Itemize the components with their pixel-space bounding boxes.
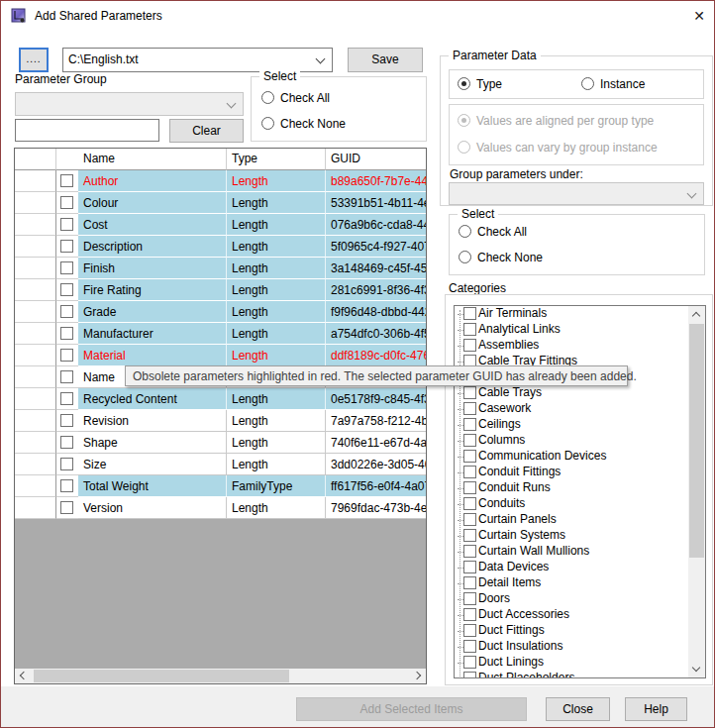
cell-type[interactable]: Length	[227, 497, 326, 519]
row-checkbox[interactable]	[60, 261, 73, 274]
row-checkbox[interactable]	[60, 479, 73, 492]
cell-guid[interactable]: 3a148469-c45f-458a	[326, 258, 426, 279]
radio-icon[interactable]	[261, 91, 274, 104]
cell-type[interactable]: Length	[227, 432, 326, 454]
category-checkbox[interactable]	[463, 450, 476, 463]
category-checkbox[interactable]	[463, 640, 476, 653]
cell-guid[interactable]: 3dd0226e-3d05-402a	[326, 454, 426, 475]
row-checkbox-cell[interactable]	[56, 345, 78, 366]
radio-icon[interactable]	[459, 251, 471, 263]
scroll-up-icon[interactable]	[692, 312, 700, 320]
cell-name[interactable]: Author	[78, 170, 227, 192]
cell-guid[interactable]: 5f0965c4-f927-407e-	[326, 236, 426, 258]
cell-guid[interactable]: 076a9b6c-cda8-44ea	[326, 214, 426, 236]
category-checkbox[interactable]	[463, 592, 476, 605]
row-checkbox[interactable]	[60, 283, 73, 296]
cell-guid[interactable]: f9f96d48-dbbd-4424-	[326, 301, 426, 323]
cell-name[interactable]: Size	[78, 454, 227, 475]
category-checkbox[interactable]	[463, 434, 476, 447]
cell-guid[interactable]: 7969fdac-473b-4e59	[326, 497, 426, 519]
help-button[interactable]: Help	[625, 697, 687, 721]
cell-name[interactable]: Material	[78, 345, 227, 366]
scrollbar-thumb[interactable]	[689, 324, 704, 558]
category-checkbox[interactable]	[463, 307, 476, 320]
cell-guid[interactable]: a754dfc0-306b-4f5f-b	[326, 323, 426, 345]
scroll-down-icon[interactable]	[692, 664, 700, 672]
category-checkbox[interactable]	[463, 576, 476, 589]
category-item[interactable]: Duct Linings	[455, 655, 705, 671]
row-checkbox-cell[interactable]	[56, 323, 78, 345]
category-item[interactable]: Conduit Runs	[455, 480, 705, 496]
horizontal-scrollbar[interactable]	[15, 669, 426, 683]
scroll-right-icon[interactable]	[413, 672, 421, 679]
cell-guid[interactable]: 281c6991-8f36-4f34-	[326, 279, 426, 301]
save-button[interactable]: Save	[348, 48, 423, 72]
cell-type[interactable]: Length	[227, 345, 326, 366]
row-checkbox-cell[interactable]	[56, 236, 78, 258]
column-header-type[interactable]: Type	[227, 149, 326, 170]
table-row[interactable]: DescriptionLength5f0965c4-f927-407e-	[15, 236, 426, 258]
row-checkbox[interactable]	[60, 370, 73, 383]
cell-name[interactable]: Colour	[78, 192, 227, 214]
category-item[interactable]: Assemblies	[455, 338, 705, 354]
category-checkbox[interactable]	[463, 466, 476, 478]
category-item[interactable]: Duct Fittings	[455, 623, 705, 639]
vertical-scrollbar[interactable]	[688, 306, 705, 677]
cell-type[interactable]: Length	[227, 454, 326, 475]
row-checkbox[interactable]	[60, 218, 73, 231]
cell-type[interactable]: Length	[227, 323, 326, 345]
cell-guid[interactable]: 53391b51-4b11-4e8a	[326, 192, 426, 214]
category-item[interactable]: Ceilings	[455, 417, 705, 433]
category-item[interactable]: Doors	[455, 591, 705, 607]
left-check-none-radio[interactable]: Check None	[261, 117, 346, 131]
row-checkbox[interactable]	[60, 327, 73, 340]
category-checkbox[interactable]	[463, 418, 476, 431]
cell-type[interactable]: Length	[227, 214, 326, 236]
browse-button[interactable]: ....	[19, 48, 49, 72]
category-item[interactable]: Air Terminals	[455, 306, 705, 322]
cell-type[interactable]: Length	[227, 410, 326, 432]
row-checkbox[interactable]	[60, 392, 73, 405]
table-row[interactable]: Recycled ContentLength0e5178f9-c845-4f3c…	[15, 388, 426, 410]
cell-guid[interactable]: b89a650f-7b7e-44ff-8	[326, 170, 426, 192]
column-header-name[interactable]: Name	[78, 149, 227, 170]
cell-name[interactable]: Total Weight	[78, 475, 227, 497]
row-checkbox-cell[interactable]	[56, 301, 78, 323]
cell-name[interactable]: Shape	[78, 432, 227, 454]
table-row[interactable]: RevisionLength7a97a758-f212-4b3d	[15, 410, 426, 432]
category-item[interactable]: Conduits	[455, 496, 705, 512]
row-checkbox[interactable]	[60, 436, 73, 449]
cell-name[interactable]: Grade	[78, 301, 227, 323]
cell-name[interactable]: Manufacturer	[78, 323, 227, 345]
cell-guid[interactable]: 740f6e11-e67d-4ae7	[326, 432, 426, 454]
right-check-all-radio[interactable]: Check All	[459, 225, 527, 239]
table-row[interactable]: Total WeightFamilyTypeff617f56-e0f4-4a07…	[15, 475, 426, 497]
category-checkbox[interactable]	[463, 323, 476, 336]
table-row[interactable]: ManufacturerLengtha754dfc0-306b-4f5f-b	[15, 323, 426, 345]
category-checkbox[interactable]	[463, 672, 476, 678]
row-checkbox-cell[interactable]	[56, 475, 78, 497]
category-item[interactable]: Curtain Systems	[455, 528, 705, 544]
radio-icon[interactable]	[459, 225, 471, 238]
cell-type[interactable]: Length	[227, 258, 326, 279]
category-item[interactable]: Duct Accessories	[455, 607, 705, 623]
type-radio[interactable]: Type	[458, 77, 502, 91]
category-checkbox[interactable]	[463, 402, 476, 415]
category-item[interactable]: Curtain Panels	[455, 512, 705, 528]
radio-icon[interactable]	[458, 77, 470, 90]
radio-icon[interactable]	[261, 117, 274, 130]
row-checkbox-cell[interactable]	[56, 170, 78, 192]
row-checkbox[interactable]	[60, 501, 73, 514]
table-row[interactable]: CostLength076a9b6c-cda8-44ea	[15, 214, 426, 236]
row-checkbox[interactable]	[60, 349, 73, 362]
category-item[interactable]: Data Devices	[455, 560, 705, 575]
cell-name[interactable]: Revision	[78, 410, 227, 432]
cell-name[interactable]: Fire Rating	[78, 279, 227, 301]
cell-type[interactable]: Length	[227, 388, 326, 410]
instance-radio[interactable]: Instance	[581, 77, 645, 91]
row-checkbox-cell[interactable]	[56, 454, 78, 475]
category-item[interactable]: Analytical Links	[455, 322, 705, 338]
row-checkbox[interactable]	[60, 305, 73, 318]
category-checkbox[interactable]	[463, 481, 476, 494]
category-item[interactable]: Duct Placeholders	[455, 671, 705, 678]
